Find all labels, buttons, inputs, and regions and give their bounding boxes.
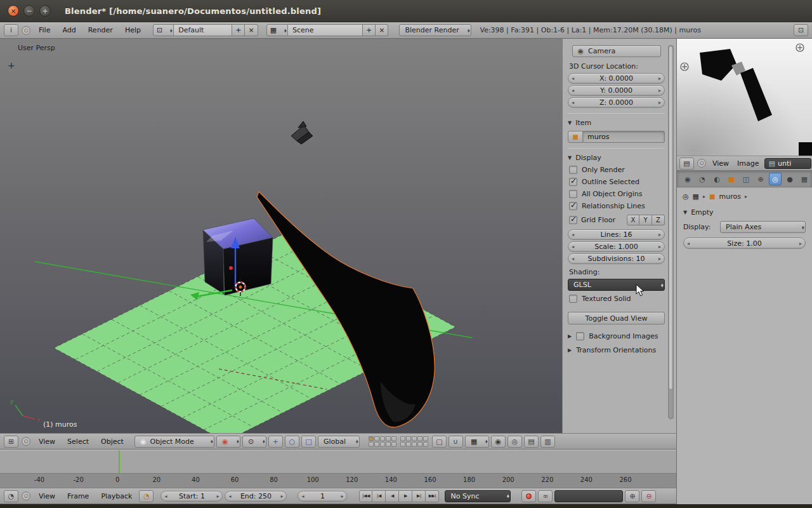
layer-toggle[interactable] (417, 436, 422, 441)
window-duplicate-icon[interactable]: ⊡ (794, 24, 808, 36)
close-icon[interactable]: × (8, 5, 19, 17)
render-engine-selector[interactable]: Blender Render (399, 24, 471, 36)
lock-button[interactable]: ▢ (432, 436, 447, 448)
value-slider[interactable]: Subdivisions: 10 (568, 253, 665, 264)
layer-toggle[interactable] (417, 442, 422, 447)
modifiers-tab[interactable]: ⊕ (754, 173, 767, 185)
menu-select[interactable]: Select (62, 438, 94, 446)
empty-size-slider[interactable]: Size: 1.00 (683, 237, 806, 249)
shading-mode-selector[interactable]: GLSL (568, 279, 665, 291)
preview-range-button[interactable]: ◔ (139, 490, 154, 502)
grid-axis-button-y[interactable]: Y (639, 215, 652, 225)
scene-value[interactable]: Scene (288, 24, 363, 36)
transport-button-5[interactable]: ▶▶| (426, 490, 439, 502)
scene-icon[interactable]: ▦ (266, 24, 288, 36)
display-option-relationship-lines[interactable]: Relationship Lines (569, 202, 665, 210)
object-data-tab[interactable]: ◎ (769, 173, 782, 185)
layer-toggle[interactable] (369, 442, 374, 447)
header-collapse-icon[interactable]: ⊙ (22, 26, 30, 35)
texture-tab[interactable]: ▦ (798, 173, 811, 185)
transport-button-3[interactable]: ▶ (399, 490, 412, 502)
value-slider[interactable]: Scale: 1.000 (568, 241, 665, 252)
layer-toggle[interactable] (380, 436, 385, 441)
manipulator-scale-button[interactable]: □ (301, 436, 316, 448)
window-titlebar[interactable]: × − + Blender* [/home/suanero/Documentos… (0, 0, 812, 22)
layer-toggle[interactable] (386, 436, 391, 441)
camera-lock-button[interactable]: ◉ Camera (572, 45, 661, 57)
add-scene-button[interactable]: + (363, 24, 376, 36)
render-tab[interactable]: ◉ (681, 173, 694, 185)
panel-header-background-images[interactable]: ▶Background Images (568, 332, 665, 340)
record-button[interactable] (521, 490, 536, 502)
frame-end-field[interactable]: End: 250 (225, 491, 287, 502)
menu-view[interactable]: View (709, 159, 732, 168)
editor-type-timeline-icon[interactable]: ◔ (4, 490, 18, 502)
editor-type-3d-icon[interactable]: ⊞ (4, 436, 18, 448)
checkbox[interactable] (576, 332, 584, 340)
layer-toggle[interactable] (406, 436, 411, 441)
manipulator-translate-button[interactable]: + (268, 436, 283, 448)
menu-view[interactable]: View (34, 492, 60, 500)
grid-axis-button-x[interactable]: X (627, 215, 639, 225)
remove-scene-button[interactable]: × (376, 24, 388, 36)
scene-selector[interactable]: ▦ Scene + × (266, 24, 389, 36)
layer-toggle[interactable] (400, 442, 405, 447)
current-frame-field[interactable]: 1 (298, 491, 347, 502)
layer-toggle[interactable] (374, 436, 379, 441)
timeline-ruler[interactable]: -40-200204060801001201401601802002202402… (0, 473, 676, 488)
object-tab[interactable]: ■ (725, 173, 738, 185)
3d-scene[interactable]: User Persp + (1) muros x y (0, 39, 562, 433)
checkbox[interactable] (569, 178, 577, 186)
proportional-falloff-button[interactable]: ◎ (508, 436, 522, 448)
transform-orientation-selector[interactable]: Global (318, 436, 360, 448)
3d-viewport[interactable]: User Persp + (1) muros x y (0, 39, 562, 433)
constraints-tab[interactable]: ◫ (740, 173, 752, 185)
menu-playback[interactable]: Playback (96, 492, 137, 500)
layer-toggle[interactable] (391, 442, 396, 447)
material-tab[interactable]: ● (783, 173, 796, 185)
scene-tab[interactable]: ◔ (696, 173, 709, 185)
keying-set-add-button[interactable]: ⊕ (625, 490, 639, 502)
remove-layout-button[interactable]: × (245, 24, 258, 36)
minimize-icon[interactable]: − (23, 5, 35, 17)
layer-toggle[interactable] (423, 442, 428, 447)
display-panel-header[interactable]: ▼ Display (568, 154, 665, 162)
proportional-edit-button[interactable]: ◉ (491, 436, 506, 448)
transport-button-4[interactable]: ▶| (412, 490, 426, 502)
world-tab[interactable]: ◐ (710, 173, 723, 185)
value-slider[interactable]: Lines: 16 (568, 229, 665, 240)
layer-toggle[interactable] (406, 442, 411, 447)
toolshelf-open-icon[interactable]: + (8, 60, 15, 70)
grid-floor-checkbox[interactable] (569, 216, 577, 224)
pin-icon[interactable]: ◎ (683, 192, 689, 201)
display-option-only-render[interactable]: Only Render (569, 166, 665, 174)
checkbox[interactable] (569, 202, 577, 210)
keying-set-field[interactable] (554, 490, 623, 502)
editor-type-image-icon[interactable]: ▤ (679, 157, 694, 170)
toggle-quad-view-button[interactable]: Toggle Quad View (568, 312, 665, 324)
image-editor-view[interactable] (677, 39, 812, 156)
cursor-y-field[interactable]: Y: 0.0000 (568, 85, 665, 96)
checkbox[interactable] (569, 190, 577, 198)
object-name-field[interactable]: muros (583, 131, 665, 143)
layer-toggle[interactable] (374, 442, 379, 447)
cursor-x-field[interactable]: X: 0.0000 (568, 73, 665, 84)
transport-button-1[interactable]: |◀ (372, 490, 386, 502)
manipulator-rotate-button[interactable]: ○ (285, 436, 299, 448)
breadcrumb-object-name[interactable]: muros (719, 192, 740, 201)
manipulator-x-handle[interactable] (229, 266, 233, 270)
empty-panel-header[interactable]: ▼ Empty (683, 208, 806, 217)
keying-set-remove-button[interactable]: ⊖ (641, 490, 656, 502)
transport-button-0[interactable]: |◀◀ (359, 490, 372, 502)
info-editor-icon[interactable]: i (4, 24, 18, 36)
add-layout-button[interactable]: + (232, 24, 245, 36)
mode-selector[interactable]: ◉ Object Mode (134, 436, 214, 448)
menu-render[interactable]: Render (83, 26, 118, 34)
timeline-track[interactable]: -40-200204060801001201401601802002202402… (0, 450, 676, 488)
image-datablock-field[interactable]: ▤ unti (764, 158, 811, 169)
screen-layout-icon[interactable]: ⊡ (153, 24, 174, 36)
screen-layout-value[interactable]: Default (174, 24, 232, 36)
header-collapse-icon[interactable]: ⊙ (22, 491, 30, 500)
layer-toggle[interactable] (391, 436, 396, 441)
frame-start-field[interactable]: Start: 1 (160, 491, 223, 502)
